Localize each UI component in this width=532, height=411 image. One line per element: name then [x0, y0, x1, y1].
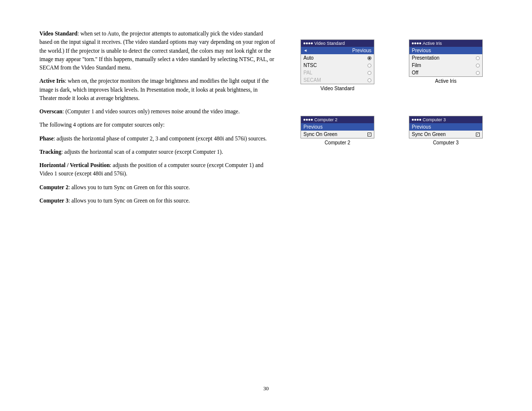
- content-area: Video Standard: when set to Auto, the pr…: [39, 30, 493, 210]
- menu-item-secam[interactable]: SECAM: [301, 76, 374, 84]
- para-overscan: Overscan: (Computer 1 and video sources …: [39, 107, 276, 116]
- menu-panel-computer2: Computer 2 Previous Sync On Green: [300, 116, 374, 138]
- menu-item-film[interactable]: Film: [409, 62, 482, 69]
- menu-item-label: Film: [412, 63, 421, 68]
- dot4: [419, 42, 421, 44]
- menu-item-label: SECAM: [303, 77, 321, 83]
- menu-title-label-video-standard: Video Standard: [314, 41, 345, 46]
- bold-phase: Phase: [39, 136, 54, 141]
- dot1: [303, 42, 305, 44]
- menu-title-label-computer2: Computer 2: [314, 117, 337, 122]
- menu-item-label: Presentation: [412, 55, 439, 61]
- bold-computer2: Computer 2: [39, 184, 68, 190]
- menu-label-below-active-iris: Active Iris: [435, 78, 456, 84]
- dot2: [306, 42, 308, 44]
- dot3: [417, 119, 419, 121]
- menu-title-label-computer3: Computer 3: [423, 117, 446, 122]
- menu-item-sync-on-green-c3[interactable]: Sync On Green: [409, 131, 482, 138]
- menu-item-presentation[interactable]: Presentation: [409, 54, 482, 62]
- dot3: [417, 42, 419, 44]
- menu-item-pal[interactable]: PAL: [301, 69, 374, 76]
- text-column: Video Standard: when set to Auto, the pr…: [39, 30, 276, 210]
- bold-horizontal: Horizontal / Vertical Position: [39, 162, 110, 168]
- menu-group-computer3: Computer 3 Previous Sync On Green Comput…: [409, 116, 483, 145]
- bold-active-iris: Active Iris: [39, 78, 65, 84]
- radio-indicator-icon: [476, 56, 480, 60]
- menu-item-label: Previous: [352, 48, 371, 53]
- visuals-row-bottom: Computer 2 Previous Sync On Green Comput…: [300, 116, 493, 145]
- menu-item-label: Previous: [412, 124, 431, 130]
- radio-indicator-icon: [367, 71, 371, 75]
- menu-item-label: NTSC: [303, 63, 317, 68]
- menu-title-bar-active-iris: Active Iris: [409, 40, 482, 47]
- menu-dots-computer2: [303, 119, 313, 121]
- dot1: [412, 42, 414, 44]
- dot3: [308, 119, 310, 121]
- para-tracking: Tracking: adjusts the horizontal scan of…: [39, 148, 276, 156]
- para-video-standard: Video Standard: when set to Auto, the pr…: [39, 30, 276, 72]
- page-container: Video Standard: when set to Auto, the pr…: [0, 0, 532, 411]
- arrow-left-icon: ◄: [303, 48, 307, 53]
- para-following: The following 4 options are for computer…: [39, 121, 276, 129]
- menu-label-below-computer3: Computer 3: [433, 140, 459, 145]
- menu-group-computer2: Computer 2 Previous Sync On Green Comput…: [300, 116, 374, 145]
- menu-item-label: Previous: [412, 48, 431, 53]
- bold-video-standard: Video Standard: [39, 31, 77, 36]
- menu-title-label-active-iris: Active Iris: [423, 41, 442, 46]
- dot1: [412, 119, 414, 121]
- dot2: [414, 42, 416, 44]
- menu-dots-computer3: [412, 119, 421, 121]
- menu-title-bar-computer2: Computer 2: [301, 116, 374, 123]
- para-computer2: Computer 2: allows you to turn Sync on G…: [39, 183, 276, 192]
- menu-item-label: Previous: [303, 124, 323, 130]
- para-phase: Phase: adjusts the horizontal phase of c…: [39, 135, 276, 143]
- checkbox-checked-icon: [476, 133, 480, 137]
- page-number: 30: [39, 385, 493, 391]
- menu-title-bar-video-standard: Video Standard: [301, 40, 374, 47]
- menu-label-below-video-standard: Video Standard: [321, 86, 355, 91]
- menu-item-label: Auto: [303, 55, 314, 61]
- menu-item-label: PAL: [303, 70, 312, 75]
- menu-item-label: Sync On Green: [303, 132, 337, 137]
- radio-filled-icon: [367, 56, 371, 60]
- dot2: [306, 119, 308, 121]
- radio-indicator-icon: [367, 64, 371, 68]
- radio-indicator-icon: [476, 64, 480, 68]
- menu-item-label: Sync On Green: [412, 132, 446, 137]
- menu-item-auto[interactable]: Auto: [301, 54, 374, 62]
- menu-item-label: Off: [412, 70, 418, 75]
- dot4: [311, 42, 313, 44]
- menu-group-video-standard: Video Standard ◄ Previous Auto NTSC: [300, 39, 374, 91]
- visuals-column: Video Standard ◄ Previous Auto NTSC: [291, 30, 493, 210]
- para-computer3: Computer 3: allows you to turn Sync on G…: [39, 197, 276, 205]
- menu-title-bar-computer3: Computer 3: [409, 116, 482, 123]
- menu-group-active-iris: Active Iris Previous Presentation Film: [409, 39, 483, 84]
- menu-dots-video-standard: [303, 42, 313, 44]
- radio-indicator-icon: [367, 78, 371, 82]
- menu-dots-active-iris: [412, 42, 421, 44]
- menu-item-sync-on-green-c2[interactable]: Sync On Green: [301, 131, 374, 138]
- page-number-value: 30: [264, 385, 269, 391]
- para-active-iris: Active Iris: when on, the projector moni…: [39, 77, 276, 103]
- dot4: [311, 119, 313, 121]
- dot1: [303, 119, 305, 121]
- menu-item-ntsc[interactable]: NTSC: [301, 62, 374, 69]
- dot2: [414, 119, 416, 121]
- menu-item-previous-ai[interactable]: Previous: [409, 47, 482, 54]
- menu-item-off[interactable]: Off: [409, 69, 482, 76]
- para-horizontal: Horizontal / Vertical Position: adjusts …: [39, 161, 276, 178]
- menu-label-below-computer2: Computer 2: [325, 140, 350, 145]
- menu-item-previous-c3[interactable]: Previous: [409, 123, 482, 131]
- menu-panel-active-iris: Active Iris Previous Presentation Film: [409, 39, 483, 77]
- dot3: [308, 42, 310, 44]
- radio-indicator-icon: [476, 71, 480, 75]
- menu-panel-computer3: Computer 3 Previous Sync On Green: [409, 116, 483, 138]
- dot4: [419, 119, 421, 121]
- menu-item-previous-vs[interactable]: ◄ Previous: [301, 47, 374, 54]
- checkbox-checked-icon: [367, 133, 371, 137]
- menu-item-previous-c2[interactable]: Previous: [301, 123, 374, 131]
- bold-tracking: Tracking: [39, 149, 62, 155]
- visuals-row-top: Video Standard ◄ Previous Auto NTSC: [300, 39, 493, 91]
- menu-panel-video-standard: Video Standard ◄ Previous Auto NTSC: [300, 39, 374, 84]
- bold-computer3: Computer 3: [39, 198, 68, 204]
